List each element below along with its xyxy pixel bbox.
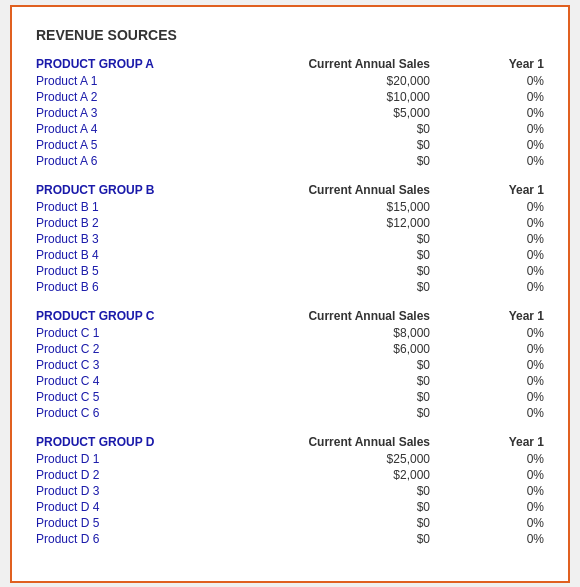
product-name: Product C 6: [36, 406, 236, 420]
group-header-4: PRODUCT GROUP DCurrent Annual SalesYear …: [36, 435, 544, 449]
table-row: Product D 4$00%: [36, 499, 544, 515]
table-row: Product D 3$00%: [36, 483, 544, 499]
table-row: Product C 3$00%: [36, 357, 544, 373]
product-name: Product A 4: [36, 122, 236, 136]
product-group-3: PRODUCT GROUP CCurrent Annual SalesYear …: [36, 309, 544, 421]
product-year: 0%: [464, 122, 544, 136]
product-year: 0%: [464, 248, 544, 262]
product-sales: $10,000: [270, 90, 430, 104]
table-row: Product C 2$6,0000%: [36, 341, 544, 357]
product-year: 0%: [464, 532, 544, 546]
table-row: Product B 3$00%: [36, 231, 544, 247]
product-group-2: PRODUCT GROUP BCurrent Annual SalesYear …: [36, 183, 544, 295]
product-year: 0%: [464, 452, 544, 466]
product-year: 0%: [464, 484, 544, 498]
table-row: Product B 1$15,0000%: [36, 199, 544, 215]
product-year: 0%: [464, 516, 544, 530]
product-year: 0%: [464, 154, 544, 168]
product-name: Product B 6: [36, 280, 236, 294]
product-name: Product C 4: [36, 374, 236, 388]
product-name: Product B 3: [36, 232, 236, 246]
table-row: Product D 6$00%: [36, 531, 544, 547]
table-row: Product B 5$00%: [36, 263, 544, 279]
table-row: Product C 4$00%: [36, 373, 544, 389]
product-year: 0%: [464, 374, 544, 388]
product-sales: $15,000: [270, 200, 430, 214]
product-sales: $0: [270, 122, 430, 136]
product-sales: $0: [270, 500, 430, 514]
product-sales: $6,000: [270, 342, 430, 356]
group-header-3: PRODUCT GROUP CCurrent Annual SalesYear …: [36, 309, 544, 323]
product-name: Product C 2: [36, 342, 236, 356]
col-header-year-4: Year 1: [464, 435, 544, 449]
col-header-sales-1: Current Annual Sales: [270, 57, 430, 71]
product-name: Product A 6: [36, 154, 236, 168]
product-name: Product D 1: [36, 452, 236, 466]
product-year: 0%: [464, 74, 544, 88]
col-header-year-2: Year 1: [464, 183, 544, 197]
table-row: Product A 4$00%: [36, 121, 544, 137]
product-name: Product C 1: [36, 326, 236, 340]
product-year: 0%: [464, 200, 544, 214]
product-year: 0%: [464, 232, 544, 246]
product-sales: $0: [270, 154, 430, 168]
product-sales: $0: [270, 358, 430, 372]
product-sales: $12,000: [270, 216, 430, 230]
product-name: Product B 1: [36, 200, 236, 214]
table-row: Product C 6$00%: [36, 405, 544, 421]
product-sales: $0: [270, 264, 430, 278]
product-sales: $0: [270, 374, 430, 388]
product-year: 0%: [464, 326, 544, 340]
col-header-sales-2: Current Annual Sales: [270, 183, 430, 197]
group-header-1: PRODUCT GROUP ACurrent Annual SalesYear …: [36, 57, 544, 71]
product-year: 0%: [464, 106, 544, 120]
revenue-sources-page: REVENUE SOURCES PRODUCT GROUP ACurrent A…: [10, 5, 570, 583]
table-row: Product B 6$00%: [36, 279, 544, 295]
product-year: 0%: [464, 216, 544, 230]
product-name: Product B 4: [36, 248, 236, 262]
product-name: Product D 6: [36, 532, 236, 546]
product-year: 0%: [464, 90, 544, 104]
table-row: Product A 1$20,0000%: [36, 73, 544, 89]
product-year: 0%: [464, 280, 544, 294]
product-year: 0%: [464, 390, 544, 404]
product-name: Product B 2: [36, 216, 236, 230]
table-row: Product C 1$8,0000%: [36, 325, 544, 341]
product-sales: $0: [270, 516, 430, 530]
product-group-4: PRODUCT GROUP DCurrent Annual SalesYear …: [36, 435, 544, 547]
table-row: Product A 2$10,0000%: [36, 89, 544, 105]
table-row: Product A 5$00%: [36, 137, 544, 153]
product-name: Product C 5: [36, 390, 236, 404]
col-header-sales-4: Current Annual Sales: [270, 435, 430, 449]
table-row: Product A 3$5,0000%: [36, 105, 544, 121]
product-sales: $0: [270, 280, 430, 294]
product-name: Product A 5: [36, 138, 236, 152]
product-year: 0%: [464, 342, 544, 356]
product-sales: $5,000: [270, 106, 430, 120]
table-row: Product D 1$25,0000%: [36, 451, 544, 467]
product-name: Product D 3: [36, 484, 236, 498]
table-row: Product A 6$00%: [36, 153, 544, 169]
product-year: 0%: [464, 468, 544, 482]
table-row: Product D 2$2,0000%: [36, 467, 544, 483]
table-row: Product B 4$00%: [36, 247, 544, 263]
product-name: Product B 5: [36, 264, 236, 278]
product-group-1: PRODUCT GROUP ACurrent Annual SalesYear …: [36, 57, 544, 169]
product-sales: $0: [270, 406, 430, 420]
table-row: Product B 2$12,0000%: [36, 215, 544, 231]
group-name-3: PRODUCT GROUP C: [36, 309, 236, 323]
product-sales: $20,000: [270, 74, 430, 88]
product-year: 0%: [464, 138, 544, 152]
product-name: Product D 4: [36, 500, 236, 514]
product-sales: $2,000: [270, 468, 430, 482]
product-sales: $0: [270, 232, 430, 246]
product-sales: $0: [270, 138, 430, 152]
product-sales: $0: [270, 248, 430, 262]
product-name: Product A 3: [36, 106, 236, 120]
product-sales: $0: [270, 484, 430, 498]
table-row: Product C 5$00%: [36, 389, 544, 405]
product-name: Product A 2: [36, 90, 236, 104]
col-header-year-1: Year 1: [464, 57, 544, 71]
group-name-2: PRODUCT GROUP B: [36, 183, 236, 197]
product-year: 0%: [464, 406, 544, 420]
